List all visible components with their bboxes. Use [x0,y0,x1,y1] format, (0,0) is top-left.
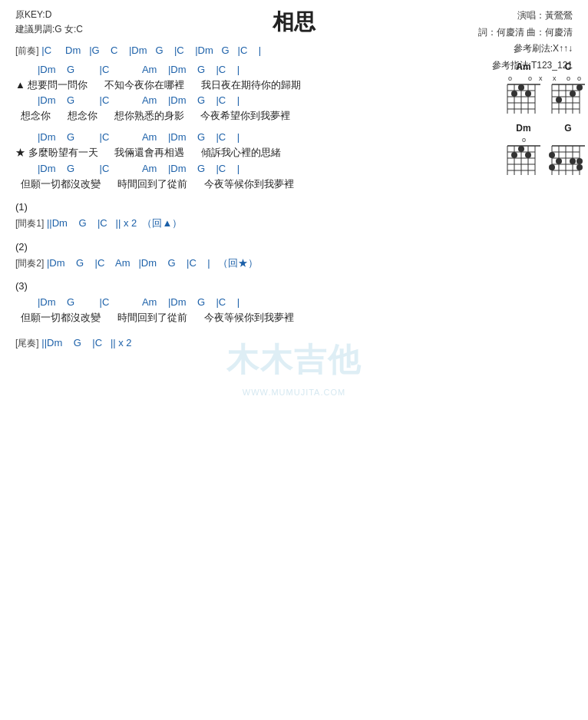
svg-text:x: x [553,74,557,82]
suggestion-label: 建議男調:G 女:C [15,22,83,37]
verse1-section: |Dm G |C Am |Dm G |C | ▲ 想要問一問你 不知今夜你在哪裡… [15,63,427,124]
svg-text:o: o [567,74,570,82]
chord-c: C x o o [548,61,588,118]
svg-point-44 [525,152,531,158]
page: 原KEY:D 建議男調:G 女:C 相思 演唱：黃鶯鶯 詞：何慶清 曲：何慶清 … [0,0,588,720]
content-area: [前奏] |C Dm |G C |Dm G |C |Dm G |C | |Dm … [15,43,427,350]
svg-point-14 [511,91,517,97]
verse1-chord1: |Dm G |C Am |Dm G |C | [15,63,427,77]
header: 原KEY:D 建議男調:G 女:C 相思 演唱：黃鶯鶯 詞：何慶清 曲：何慶清 … [15,8,573,37]
outro-section: [尾奏] ||Dm G |C || x 2 [15,335,427,351]
interlude2-label: (2) [15,240,427,254]
svg-point-29 [576,84,583,91]
interlude2-section: (2) [間奏2] |Dm G |C Am |Dm G |C | （回★） [15,240,427,271]
chorus-lyric2: 但願一切都沒改變 時間回到了從前 今夜等候你到我夢裡 [15,177,427,191]
chord-diagrams: Am o o x [504,61,588,180]
interlude1-section: (1) [間奏1] ||Dm G |C || x 2 （回▲） [15,200,427,231]
svg-text:o: o [528,74,532,82]
chord-c-grid: x o o [548,74,588,118]
svg-text:x: x [539,74,543,82]
svg-point-45 [511,152,517,158]
chord-dm: Dm o [504,123,543,180]
chord-am: Am o o x [504,61,543,118]
svg-point-56 [549,152,555,158]
chorus-lyric1: ★ 多麼盼望有一天 我倆還會再相遇 傾訴我心裡的思緒 [15,146,427,160]
verse1-chord2: |Dm G |C Am |Dm G |C | [15,94,427,107]
chord-am-grid: o o x [504,74,543,118]
performer-label: 演唱：黃鶯鶯 [478,8,573,25]
svg-point-13 [518,84,524,91]
chorus-chord2: |Dm G |C Am |Dm G |C | [15,162,427,176]
chorus-chord1: |Dm G |C Am |Dm G |C | [15,130,427,144]
chord-dm-grid: o [504,135,543,180]
chord-g-grid [548,135,588,180]
section3-lyric: 但願一切都沒改變 時間回到了從前 今夜等候你到我夢裡 [15,311,427,325]
section3: (3) |Dm G |C Am |Dm G |C | 但願一切都沒改變 時間回到… [15,279,427,325]
prelude-line: [前奏] |C Dm |G C |Dm G |C |Dm G |C | [15,43,427,58]
interlude2-line: [間奏2] |Dm G |C Am |Dm G |C | （回★） [15,256,427,271]
svg-text:o: o [522,136,526,144]
key-info: 原KEY:D 建議男調:G 女:C [15,8,83,37]
svg-point-30 [570,91,576,97]
verse1-lyric2: 想念你 想念你 想你熟悉的身影 今夜希望你到我夢裡 [15,109,427,123]
verse1-lyric1: ▲ 想要問一問你 不知今夜你在哪裡 我日夜在期待你的歸期 [15,78,427,92]
chorus-section: |Dm G |C Am |Dm G |C | ★ 多麼盼望有一天 我倆還會再相遇… [15,130,427,191]
svg-point-58 [576,158,583,164]
svg-point-31 [556,97,562,103]
svg-text:o: o [508,74,512,82]
strum-label: 參考刷法:X↑↑↓ [478,41,573,58]
key-label: 原KEY:D [15,8,83,22]
lyricist-label: 詞：何慶清 曲：何慶清 [478,25,573,41]
outro-line: [尾奏] ||Dm G |C || x 2 [15,335,427,351]
svg-point-59 [570,158,576,164]
watermark-url: WWW.MUMUJITA.COM [243,388,345,397]
svg-point-15 [525,91,531,97]
section3-label: (3) [15,279,427,293]
svg-point-57 [556,158,562,164]
section3-chord: |Dm G |C Am |Dm G |C | [15,296,427,309]
interlude1-label: (1) [15,200,427,214]
chord-g: G [548,123,588,180]
svg-point-61 [576,164,583,170]
interlude1-line: [間奏1] ||Dm G |C || x 2 （回▲） [15,216,427,231]
prelude-section: [前奏] |C Dm |G C |Dm G |C |Dm G |C | [15,43,427,58]
svg-point-43 [518,146,524,152]
svg-text:o: o [577,74,581,82]
svg-point-60 [549,164,555,170]
